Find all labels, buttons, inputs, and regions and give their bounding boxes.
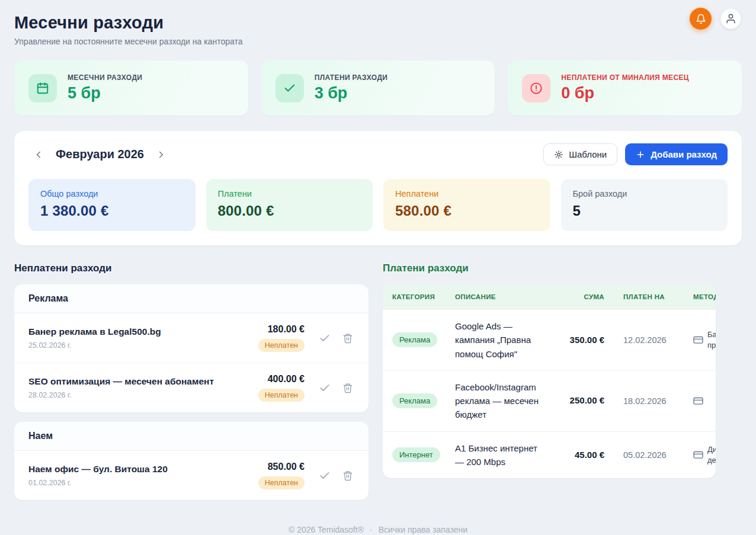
stat-value: 0 бр xyxy=(561,84,689,102)
paid-table-card: КАТЕГОРИЯ ОПИСАНИЕ СУМА ПЛАТЕН НА МЕТОД … xyxy=(383,284,716,478)
expense-amount: 850.00 € xyxy=(258,462,305,472)
trash-icon xyxy=(342,383,353,393)
summary-card-total: Общо разходи 1 380.00 € xyxy=(28,179,196,231)
delete-expense-button[interactable] xyxy=(340,331,355,346)
delete-expense-button[interactable] xyxy=(340,380,355,396)
credit-card-icon xyxy=(693,335,703,345)
chevron-left-icon xyxy=(33,149,44,160)
credit-card-icon xyxy=(693,450,703,460)
calendar-icon xyxy=(28,74,57,102)
list-item: Банер реклама в Legal500.bg 25.02.2026 г… xyxy=(14,313,369,363)
summary-value: 1 380.00 € xyxy=(40,203,184,219)
summary-label: Общо разходи xyxy=(40,189,184,198)
mark-paid-button[interactable] xyxy=(316,330,333,347)
notifications-button[interactable] xyxy=(690,8,712,30)
templates-button-label: Шаблони xyxy=(569,149,607,159)
previous-month-button[interactable] xyxy=(28,146,49,164)
month-panel: Февруари 2026 Шаблони Добави разх xyxy=(14,131,742,245)
expense-amount: 180.00 € xyxy=(258,324,305,335)
group-header: Реклама xyxy=(14,284,369,313)
paid-on-date: 05.02.2026 xyxy=(614,431,684,478)
column-header-paid-on: ПЛАТЕН НА xyxy=(614,284,684,310)
unpaid-group-reklama: Реклама Банер реклама в Legal500.bg 25.0… xyxy=(14,284,369,412)
add-expense-button[interactable]: Добави разход xyxy=(625,143,728,165)
alert-icon xyxy=(522,74,550,102)
column-header-method: МЕТОД xyxy=(684,284,716,310)
mark-paid-button[interactable] xyxy=(316,467,333,484)
expense-amount: 400.00 € xyxy=(258,374,305,385)
month-title: Февруари 2026 xyxy=(56,148,144,161)
next-month-button[interactable] xyxy=(151,146,171,164)
stat-label: ПЛАТЕНИ РАЗХОДИ xyxy=(315,73,388,82)
paid-table: КАТЕГОРИЯ ОПИСАНИЕ СУМА ПЛАТЕН НА МЕТОД … xyxy=(383,284,716,478)
trash-icon xyxy=(342,470,353,481)
check-icon xyxy=(319,470,331,482)
stat-label: НЕПЛАТЕНИ ОТ МИНАЛИЯ МЕСЕЦ xyxy=(561,73,689,82)
expense-date: 01.02.2026 г. xyxy=(28,479,251,487)
status-badge: Неплатен xyxy=(258,389,305,402)
summary-card-unpaid: Неплатени 580.00 € xyxy=(383,179,550,231)
list-item: Наем офис — бул. Витоша 120 01.02.2026 г… xyxy=(14,451,369,500)
table-row: Реклама Google Ads — кампания „Правна по… xyxy=(383,310,716,371)
trash-icon xyxy=(342,333,353,344)
expense-description: Google Ads — кампания „Правна помощ Софи… xyxy=(446,310,556,371)
page-header: Месечни разходи Управление на постояннит… xyxy=(14,13,742,46)
page: Месечни разходи Управление на постояннит… xyxy=(0,0,756,534)
footer-rights: Всички права запазени xyxy=(379,525,467,534)
status-badge: Неплатен xyxy=(258,339,305,352)
summary-cards: Общо разходи 1 380.00 € Платени 800.00 €… xyxy=(28,179,728,231)
expense-date: 25.02.2026 г. xyxy=(28,341,251,350)
delete-expense-button[interactable] xyxy=(340,468,355,483)
summary-value: 580.00 € xyxy=(395,203,539,219)
expense-amount: 250.00 € xyxy=(556,370,614,431)
paid-section-title: Платени разходи xyxy=(383,262,716,274)
expense-title: SEO оптимизация — месечен абонамент xyxy=(28,376,251,387)
credit-card-icon xyxy=(693,396,703,406)
expense-title: Наем офис — бул. Витоша 120 xyxy=(28,464,251,475)
stat-card-overdue: НЕПЛАТЕНИ ОТ МИНАЛИЯ МЕСЕЦ 0 бр xyxy=(508,60,742,116)
expense-date: 28.02.2026 г. xyxy=(28,391,251,399)
table-row: Реклама Facebook/Instagram реклама — мес… xyxy=(383,370,716,431)
category-badge: Интернет xyxy=(392,447,440,462)
bell-icon xyxy=(696,14,706,24)
gear-icon xyxy=(554,150,563,159)
summary-label: Платени xyxy=(218,189,361,198)
add-expense-button-label: Добави разход xyxy=(651,149,717,159)
stat-card-paid: ПЛАТЕНИ РАЗХОДИ 3 бр xyxy=(261,60,495,116)
month-nav: Февруари 2026 Шаблони Добави разх xyxy=(28,143,728,165)
summary-value: 800.00 € xyxy=(218,203,361,219)
footer-copyright: © 2026 Temidasoft® xyxy=(289,525,364,534)
templates-button[interactable]: Шаблони xyxy=(543,143,617,165)
category-badge: Реклама xyxy=(392,393,437,408)
column-header-description: ОПИСАНИЕ xyxy=(446,284,556,310)
stats-row: МЕСЕЧНИ РАЗХОДИ 5 бр ПЛАТЕНИ РАЗХОДИ 3 б… xyxy=(14,60,742,116)
plus-icon xyxy=(636,150,645,159)
payment-method: Директен дебит xyxy=(707,444,716,466)
summary-card-count: Брой разходи 5 xyxy=(561,179,728,231)
paid-on-date: 12.02.2026 xyxy=(614,310,684,371)
expense-title: Банер реклама в Legal500.bg xyxy=(28,326,251,337)
summary-value: 5 xyxy=(573,203,716,219)
expense-description: А1 Бизнес интернет — 200 Mbps xyxy=(446,431,556,478)
user-icon xyxy=(725,13,736,24)
page-title: Месечни разходи xyxy=(14,13,742,33)
column-header-amount: СУМА xyxy=(556,284,614,310)
footer: © 2026 Temidasoft®·Всички права запазени xyxy=(14,525,742,534)
expense-amount: 350.00 € xyxy=(556,310,614,371)
column-header-category: КАТЕГОРИЯ xyxy=(383,284,446,310)
paid-on-date: 18.02.2026 xyxy=(614,370,684,431)
category-badge: Реклама xyxy=(392,332,437,347)
chevron-right-icon xyxy=(156,149,166,160)
profile-button[interactable] xyxy=(720,8,742,30)
mark-paid-button[interactable] xyxy=(316,380,333,396)
table-row: Интернет А1 Бизнес интернет — 200 Mbps 4… xyxy=(383,431,716,478)
footer-separator: · xyxy=(370,525,373,534)
unpaid-section-title: Неплатени разходи xyxy=(14,262,369,274)
panel-actions: Шаблони Добави разход xyxy=(543,143,728,165)
unpaid-section: Неплатени разходи Реклама Банер реклама … xyxy=(14,262,369,510)
stat-value: 3 бр xyxy=(315,84,388,102)
expense-description: Facebook/Instagram реклама — месечен бюд… xyxy=(446,370,556,431)
expense-amount: 45.00 € xyxy=(556,431,614,478)
paid-section: Платени разходи КАТЕГОРИЯ ОПИСАНИЕ СУМА … xyxy=(383,262,716,478)
summary-card-paid: Платени 800.00 € xyxy=(206,179,373,231)
